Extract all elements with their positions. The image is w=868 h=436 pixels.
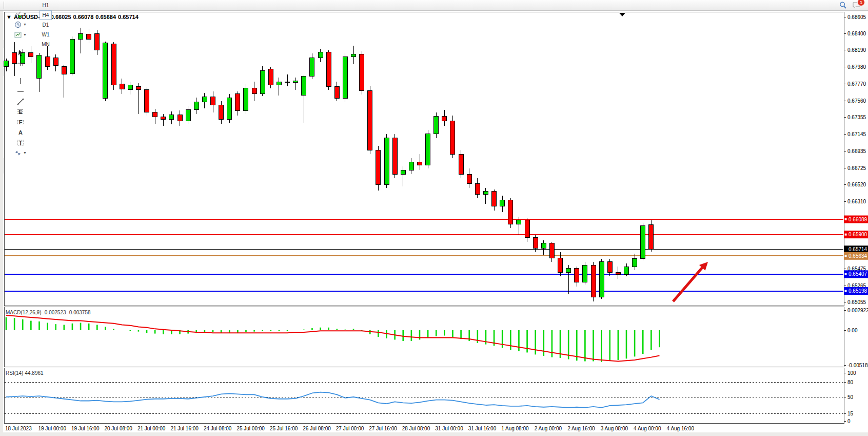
periods-icon <box>14 21 22 29</box>
low-value: 0.65684 <box>95 14 116 20</box>
svg-text:0.67980: 0.67980 <box>847 64 866 70</box>
time-axis: 18 Jul 202319 Jul 00:0019 Jul 16:0020 Ju… <box>5 426 694 431</box>
toolbar-separator <box>4 40 4 48</box>
hline-button[interactable] <box>2 86 38 97</box>
toolbar-separator <box>4 2 4 9</box>
svg-text:31 Jul 00:00: 31 Jul 00:00 <box>435 426 463 431</box>
svg-text:0.67145: 0.67145 <box>847 131 866 137</box>
svg-text:28 Jul 08:00: 28 Jul 08:00 <box>402 426 430 431</box>
chart-shift-button[interactable] <box>2 0 38 2</box>
svg-text:24 Jul 08:00: 24 Jul 08:00 <box>204 426 232 431</box>
cursor-icon <box>16 49 25 57</box>
fibo-button[interactable]: E <box>2 107 38 117</box>
timeframe-h4-button[interactable]: H4 <box>40 10 52 20</box>
templates-button[interactable]: ▼ <box>2 30 38 40</box>
svg-text:27 Jul 00:00: 27 Jul 00:00 <box>336 426 364 431</box>
main-toolbar: 新订单自动交易▼▼▼EFAT▼ M1M5M15M30H1H4D1W1MN 1 <box>0 0 868 11</box>
svg-text:26 Jul 08:00: 26 Jul 08:00 <box>303 426 331 431</box>
svg-text:0.65634: 0.65634 <box>849 253 867 259</box>
svg-text:0.66725: 0.66725 <box>847 165 866 171</box>
toolbar-button-group: 新订单自动交易▼▼▼EFAT▼ <box>2 0 39 174</box>
svg-text:21 Jul 00:00: 21 Jul 00:00 <box>137 426 166 431</box>
arrows-tool-icon <box>14 149 22 157</box>
svg-text:50: 50 <box>847 394 854 400</box>
svg-text:27 Jul 16:00: 27 Jul 16:00 <box>369 426 397 431</box>
timeframe-h1-button[interactable]: H1 <box>40 1 52 10</box>
timeframe-mn-button[interactable]: MN <box>40 40 52 49</box>
svg-text:4 Aug 00:00: 4 Aug 00:00 <box>634 426 661 431</box>
svg-text:0.66935: 0.66935 <box>847 148 866 154</box>
svg-text:18 Jul 2023: 18 Jul 2023 <box>5 426 32 431</box>
comments-button[interactable]: 1 <box>850 0 862 10</box>
indicators-button[interactable]: ▼ <box>2 9 38 20</box>
crosshair-button[interactable] <box>2 58 38 68</box>
svg-text:0.68400: 0.68400 <box>847 31 866 36</box>
trendline-icon <box>16 98 25 106</box>
chevron-down-icon: ▼ <box>23 33 27 36</box>
svg-text:0.66089: 0.66089 <box>849 217 867 222</box>
svg-text:2 Aug 16:00: 2 Aug 16:00 <box>567 426 595 431</box>
rsi-name: RSI(14) <box>6 370 23 376</box>
svg-text:A: A <box>18 129 23 136</box>
macd-main-value: -0.002523 <box>43 310 66 315</box>
chart-background <box>3 11 868 432</box>
svg-text:0.67355: 0.67355 <box>847 115 866 120</box>
hline-icon <box>16 87 25 96</box>
arrows-tool-button[interactable]: ▼ <box>2 148 38 158</box>
chevron-down-icon: ▼ <box>23 151 27 155</box>
svg-text:1 Aug 08:00: 1 Aug 08:00 <box>501 426 529 431</box>
notification-badge[interactable]: 1 <box>857 0 865 6</box>
svg-text:0.67770: 0.67770 <box>847 81 866 87</box>
chart-window[interactable]: ▼AUDUSD-,H40.660250.660780.656840.65714 … <box>0 11 868 436</box>
search-button[interactable] <box>837 0 849 10</box>
vline-button[interactable] <box>2 76 38 86</box>
svg-text:4 Aug 16:00: 4 Aug 16:00 <box>667 426 695 431</box>
trendline-button[interactable] <box>2 97 38 107</box>
svg-text:2 Aug 00:00: 2 Aug 00:00 <box>535 426 562 431</box>
svg-text:21 Jul 16:00: 21 Jul 16:00 <box>170 426 199 431</box>
svg-text:100: 100 <box>847 370 856 376</box>
toolbar-separator <box>4 68 4 76</box>
vline-icon <box>16 77 25 85</box>
text-tool-button[interactable]: A <box>2 127 38 138</box>
cursor-button[interactable] <box>2 48 38 58</box>
svg-text:15: 15 <box>847 411 854 416</box>
svg-text:80: 80 <box>847 380 854 385</box>
svg-text:0.65407: 0.65407 <box>849 271 867 277</box>
rsi-indicator-label: RSI(14)44.8961 <box>6 370 45 376</box>
svg-text:0.65900: 0.65900 <box>849 232 867 237</box>
svg-text:19 Jul 16:00: 19 Jul 16:00 <box>71 426 100 431</box>
open-value: 0.66025 <box>51 14 71 20</box>
chevron-down-icon: ▼ <box>23 23 27 26</box>
svg-text:0.66310: 0.66310 <box>847 199 866 204</box>
macd-signal-value: -0.003758 <box>68 310 91 315</box>
text-tool-icon: A <box>16 128 25 137</box>
rsi-value: 44.8961 <box>25 370 43 376</box>
svg-text:0.68190: 0.68190 <box>847 47 866 53</box>
text-label-button[interactable]: T <box>2 138 38 148</box>
svg-text:0.00: 0.00 <box>847 328 858 333</box>
svg-text:0.65714: 0.65714 <box>849 247 867 252</box>
svg-text:E: E <box>18 109 22 115</box>
svg-text:0.68605: 0.68605 <box>847 14 866 20</box>
high-value: 0.66078 <box>73 14 94 20</box>
chart-shift-icon <box>16 0 25 1</box>
fibo-icon: E <box>16 108 25 116</box>
chevron-down-icon: ▼ <box>23 12 27 16</box>
svg-text:31 Jul 16:00: 31 Jul 16:00 <box>468 426 497 431</box>
svg-text:0.002922: 0.002922 <box>847 308 868 313</box>
svg-text:T: T <box>18 140 22 146</box>
toolbar-separator <box>4 166 4 174</box>
svg-text:0.65055: 0.65055 <box>847 299 866 305</box>
svg-text:20 Jul 08:00: 20 Jul 08:00 <box>104 426 132 431</box>
svg-text:-0.005189: -0.005189 <box>847 363 868 368</box>
channel-button[interactable]: F <box>2 117 38 127</box>
timeframe-d1-button[interactable]: D1 <box>40 20 52 30</box>
svg-text:0.66520: 0.66520 <box>847 182 866 187</box>
text-label-icon: T <box>16 139 25 147</box>
chart-canvas[interactable]: 0.686050.684000.681900.679800.677700.675… <box>0 11 868 436</box>
periods-button[interactable]: ▼ <box>2 20 38 30</box>
close-value: 0.65714 <box>118 14 139 20</box>
timeframe-w1-button[interactable]: W1 <box>40 30 52 40</box>
timeframe-toolbar: M1M5M15M30H1H4D1W1MN <box>39 0 52 49</box>
